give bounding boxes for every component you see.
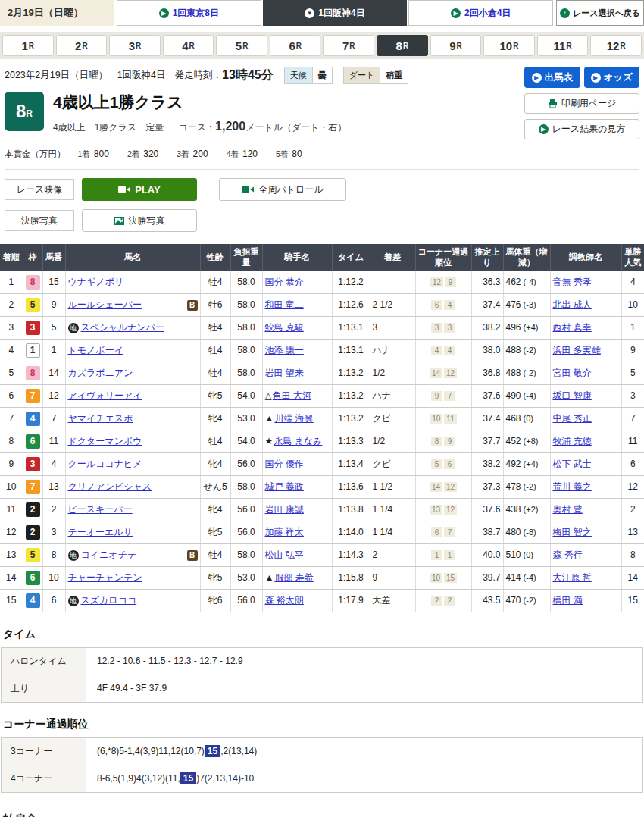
horse-name-link[interactable]: ピースキーパー [68, 504, 133, 515]
prize-money-line: 本賞金（万円） 1着8002着3203着2004着1205着80 [5, 149, 639, 170]
trainer-name-link[interactable]: 宮田 敬介 [553, 368, 592, 378]
horse-name-link[interactable]: コイニオチテ [81, 549, 137, 560]
jockey-name-link[interactable]: 鮫島 克駿 [265, 322, 304, 333]
print-page-button[interactable]: 印刷用ページ [524, 93, 639, 114]
horse-name-link[interactable]: トモノボーイ [68, 345, 123, 355]
trainer-name-link[interactable]: 坂口 智康 [553, 390, 592, 401]
horse-name-link[interactable]: スペシャルナンバー [81, 322, 164, 333]
race-tab-9r[interactable]: 9R [430, 35, 482, 56]
column-header: 推定上り [471, 244, 503, 271]
jockey-name-link[interactable]: 永島 まなみ [274, 436, 322, 446]
horse-name-link[interactable]: カズラボニアン [68, 368, 133, 378]
corner-order-cell: 1011 [415, 407, 471, 430]
sex-age: 牝4 [200, 452, 230, 475]
horse-name-link[interactable]: ドクターマンボウ [68, 436, 142, 446]
frame-number-cell: 3 [23, 316, 42, 339]
play-video-button[interactable]: PLAY [82, 178, 197, 201]
horse-name-link[interactable]: ルールシェーバー [68, 299, 142, 310]
race-tab-12r[interactable]: 12R [590, 35, 642, 56]
venue-tab-kokura[interactable]: ▶ 2回小倉4日 [408, 0, 553, 26]
horse-name-link[interactable]: ウナギノボリ [68, 277, 124, 287]
frame-number-badge: 6 [26, 571, 40, 585]
race-date: 2月19日（日曜） [0, 0, 114, 26]
jockey-name-link[interactable]: 国分 恭介 [265, 277, 304, 287]
trainer-name-link[interactable]: 中尾 秀正 [553, 413, 592, 424]
jockey-name-link[interactable]: 城戸 義政 [265, 481, 304, 492]
trainer-cell: 松下 武士 [550, 452, 621, 475]
back-to-race-select-button[interactable]: ↑ レース選択へ戻る [556, 0, 644, 26]
horse-weight: 438 (+2) [503, 498, 550, 521]
horse-name-link[interactable]: アイヴォリーアイ [68, 390, 142, 401]
race-tab-5r[interactable]: 5R [216, 35, 267, 56]
finish-photo-button[interactable]: 決勝写真 [82, 209, 197, 232]
carried-weight: 58.0 [230, 316, 262, 339]
result-row: 934クールココナヒメ牝456.0国分 優作1:13.4クビ5638.2492 … [0, 452, 644, 475]
race-tab-6r[interactable]: 6R [270, 35, 321, 56]
corner-position: 8 [431, 437, 442, 446]
frame-number-badge: 8 [26, 366, 40, 380]
horse-number: 2 [42, 498, 65, 521]
jockey-name-link[interactable]: 岩田 康誠 [265, 504, 304, 515]
trainer-name-link[interactable]: 北出 成人 [553, 299, 592, 310]
column-header: 馬名 [65, 244, 200, 271]
horse-name-link[interactable]: ヤマイチエスポ [68, 413, 133, 424]
jockey-name-link[interactable]: 国分 優作 [265, 459, 304, 469]
jockey-name-link[interactable]: 松山 弘平 [265, 549, 304, 560]
carried-weight: 53.0 [230, 407, 262, 430]
horse-name-link[interactable]: クールココナヒメ [68, 459, 142, 469]
odds-button[interactable]: ▶ オッズ [584, 67, 640, 88]
trainer-name-link[interactable]: 牧浦 充徳 [553, 436, 592, 446]
jockey-cell: ▲服部 寿希 [262, 566, 332, 589]
jockey-name-link[interactable]: 池添 謙一 [265, 345, 304, 355]
results-guide-button[interactable]: ▶ レース結果の見方 [524, 119, 639, 139]
trainer-name-link[interactable]: 大江原 哲 [553, 572, 592, 583]
race-tab-2r[interactable]: 2R [56, 35, 108, 56]
trainer-name-link[interactable]: 音無 秀孝 [553, 277, 592, 287]
jockey-cell: 国分 優作 [262, 452, 332, 475]
trainer-name-link[interactable]: 奥村 豊 [553, 504, 583, 515]
column-header: 騎手名 [262, 244, 332, 271]
frame-number-cell: 5 [23, 543, 42, 566]
corner-position: 12 [444, 505, 457, 515]
trainer-name-link[interactable]: 西村 真幸 [553, 322, 592, 333]
race-tab-10r[interactable]: 10R [483, 35, 535, 56]
divider [208, 177, 208, 202]
race-tab-7r[interactable]: 7R [323, 35, 374, 56]
corner-position: 9 [445, 277, 456, 287]
win-favorite-rank: 6 [621, 452, 644, 475]
trainer-name-link[interactable]: 橋田 満 [553, 595, 583, 606]
trainer-name-link[interactable]: 梅田 智之 [553, 527, 592, 537]
jockey-name-link[interactable]: 加藤 祥太 [265, 527, 304, 537]
trainer-name-link[interactable]: 荒川 義之 [553, 481, 592, 492]
jockey-name-link[interactable]: 服部 寿希 [274, 572, 313, 583]
horse-name-link[interactable]: スズカロココ [81, 595, 137, 606]
trainer-name-link[interactable]: 浜田 多実雄 [553, 345, 601, 355]
race-tab-8r[interactable]: 8R [377, 35, 428, 56]
frame-number-cell: 7 [23, 384, 42, 407]
jockey-name-link[interactable]: 角田 大河 [273, 390, 311, 401]
horse-name-link[interactable]: クリノアンビシャス [68, 481, 152, 492]
patrol-video-button[interactable]: 全周パトロール [219, 178, 346, 201]
race-tab-4r[interactable]: 4R [163, 35, 214, 56]
finish-position: 8 [0, 430, 23, 452]
race-tab-3r[interactable]: 3R [109, 35, 161, 56]
arrow-right-icon: ▶ [539, 124, 549, 134]
finish-position: 11 [0, 498, 23, 521]
jockey-name-link[interactable]: 川端 海翼 [274, 413, 313, 424]
estimated-last3f: 37.4 [471, 293, 503, 316]
jockey-name-link[interactable]: 森 裕太朗 [265, 595, 304, 606]
trainer-name-link[interactable]: 森 秀行 [553, 549, 583, 560]
entries-button[interactable]: ▶ 出馬表 [524, 67, 580, 88]
trainer-name-link[interactable]: 松下 武士 [553, 459, 592, 469]
race-tab-11r[interactable]: 11R [537, 35, 589, 56]
jockey-name-link[interactable]: 岩田 望来 [265, 368, 304, 378]
jockey-cell: ▲川端 海翼 [262, 407, 332, 430]
jockey-name-link[interactable]: 和田 竜二 [265, 299, 304, 310]
horse-name-link[interactable]: テーオーエルサ [68, 527, 133, 537]
race-tab-1r[interactable]: 1R [2, 35, 54, 56]
horse-name-link[interactable]: チャーチャンテン [68, 572, 142, 583]
sex-age: 牡4 [200, 362, 230, 384]
venue-tab-tokyo[interactable]: ▶ 1回東京8日 [117, 0, 261, 26]
venue-tab-hanshin-active[interactable]: ▼ 1回阪神4日 [263, 0, 408, 26]
corner-order-cell: 1015 [415, 566, 471, 589]
